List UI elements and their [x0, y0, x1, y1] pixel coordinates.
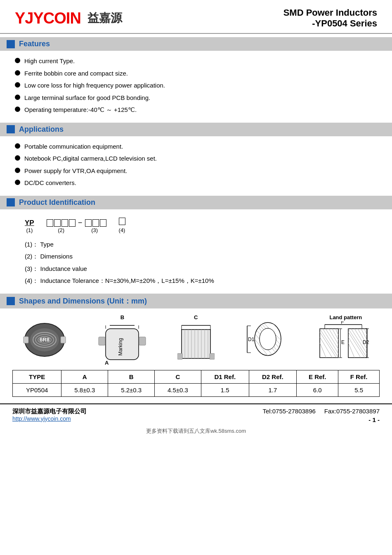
fax: Fax:0755-27803897 — [324, 408, 380, 415]
col-d2: D2 Ref. — [249, 370, 297, 383]
applications-section-bar: Applications — [0, 123, 392, 136]
col-b: B — [108, 370, 155, 383]
page-header: YJYCOIN 益嘉源 SMD Power Inductors -YP0504 … — [0, 0, 392, 34]
product-id-diagram: YP (1) − (2) (3) — [25, 218, 367, 233]
cell-d2: 1.7 — [249, 383, 297, 396]
bullet-dot — [15, 58, 20, 63]
page-footer: 深圳市益嘉源电子有限公司 http://www.yjycoin.com Tel:… — [0, 403, 392, 425]
svg-line-56 — [335, 329, 338, 335]
list-item: (2)： Dimensions — [25, 252, 367, 261]
logo-red: YJYCOIN — [15, 9, 81, 27]
features-blue-square — [7, 40, 15, 48]
page-number: - 1 - — [262, 416, 380, 423]
svg-line-59 — [320, 343, 326, 358]
svg-rect-12 — [139, 337, 146, 345]
svg-rect-29 — [210, 353, 215, 359]
footer-right: Tel:0755-27803896 Fax:0755-27803897 - 1 … — [262, 408, 380, 423]
features-title: Features — [19, 40, 50, 48]
shapes-figures: 6R8 B Marking A — [8, 314, 384, 367]
table-row: YP0504 5.8±0.3 5.2±0.3 4.5±0.3 1.5 1.7 6… — [13, 383, 380, 396]
shapes-section-bar: Shapes and Dimensions (Unit：mm) — [0, 294, 392, 308]
col-type: TYPE — [13, 370, 61, 383]
list-item: Low core loss for high frequency power a… — [15, 81, 377, 90]
features-list: High current Type. Ferrite bobbin core a… — [0, 55, 392, 121]
svg-line-51 — [320, 329, 338, 358]
cell-a: 5.8±0.3 — [61, 383, 108, 396]
svg-point-44 — [260, 328, 276, 350]
svg-line-53 — [326, 329, 338, 349]
logo-area: YJYCOIN 益嘉源 — [15, 9, 122, 27]
svg-rect-7 — [61, 337, 66, 343]
figure-d1d2: D1 — [245, 318, 286, 363]
applications-title: Applications — [19, 125, 64, 134]
cell-f: 5.5 — [338, 383, 380, 396]
company-name: 深圳市益嘉源电子有限公司 — [12, 408, 87, 415]
svg-text:D1: D1 — [248, 337, 255, 342]
logo-cn: 益嘉源 — [87, 10, 122, 26]
list-item: Ferrite bobbin core and compact size. — [15, 69, 377, 78]
bullet-dot — [15, 70, 20, 76]
svg-line-70 — [348, 343, 354, 358]
svg-rect-19 — [182, 330, 210, 358]
svg-line-66 — [361, 329, 367, 340]
applications-list: Portable communication equipment. Notebo… — [0, 140, 392, 194]
title-line1: SMD Power Inductors — [283, 7, 377, 18]
list-item: DC/DC converters. — [15, 178, 377, 188]
legend-list: (1)： Type (2)： Dimensions (3)： Inductanc… — [0, 237, 392, 292]
product-id-title: Product Identification — [19, 198, 95, 207]
contact-info: Tel:0755-27803896 Fax:0755-27803897 — [262, 408, 380, 415]
svg-text:A: A — [105, 360, 109, 366]
list-item: Notebook PC,digital carmera,LCD televisi… — [15, 154, 377, 164]
svg-rect-28 — [177, 353, 182, 359]
cell-b: 5.2±0.3 — [108, 383, 155, 396]
svg-text:F: F — [341, 321, 344, 325]
shapes-blue-square — [7, 297, 15, 305]
list-item: High current Type. — [15, 57, 377, 66]
shapes-title: Shapes and Dimensions (Unit：mm) — [19, 296, 147, 306]
svg-rect-6 — [24, 337, 28, 343]
list-item: Power supply for VTR,OA equipment. — [15, 166, 377, 176]
features-section-bar: Features — [0, 37, 392, 51]
applications-blue-square — [7, 125, 15, 133]
bullet-dot — [15, 143, 20, 149]
list-item: (4)： Inductance Tolerance：N=±30%,M=±20%，… — [25, 276, 367, 286]
svg-text:E: E — [341, 339, 345, 345]
footer-left: 深圳市益嘉源电子有限公司 http://www.yjycoin.com — [12, 408, 87, 422]
figure-c: C — [177, 314, 215, 367]
cell-e: 6.0 — [297, 383, 338, 396]
col-e: E Ref. — [297, 370, 338, 383]
cell-d1: 1.5 — [201, 383, 249, 396]
svg-text:D2: D2 — [363, 339, 369, 345]
product-id-blue-square — [7, 198, 15, 206]
col-f: F Ref. — [338, 370, 380, 383]
svg-line-67 — [364, 329, 367, 335]
title-line2: -YP0504 Series — [283, 18, 377, 29]
watermark: 更多资料下载请到五八文库wk.58sms.com — [0, 425, 392, 439]
bullet-dot — [15, 95, 20, 100]
website-link[interactable]: http://www.yjycoin.com — [12, 415, 87, 422]
list-item: Portable communication equipment. — [15, 142, 377, 152]
bullet-dot — [15, 107, 20, 112]
col-a: A — [61, 370, 108, 383]
figure-ab: B Marking A — [97, 314, 147, 367]
bullet-dot — [15, 180, 20, 185]
list-item: Operating temperature:-40℃ ～ +125℃. — [15, 105, 377, 115]
svg-text:Marking: Marking — [118, 338, 123, 356]
bullet-dot — [15, 155, 20, 161]
figure-land-pattern: Land pattern F — [316, 314, 370, 367]
svg-line-64 — [354, 329, 367, 349]
list-item: (1)： Type — [25, 240, 367, 249]
svg-line-68 — [348, 332, 365, 358]
svg-line-52 — [323, 329, 338, 353]
product-id-section-bar: Product Identification — [0, 196, 392, 209]
col-c: C — [155, 370, 201, 383]
component-photo: 6R8 — [22, 319, 67, 362]
list-item: Large terminal surface for good PCB bond… — [15, 93, 377, 103]
svg-rect-11 — [99, 337, 105, 345]
dimensions-table: TYPE A B C D1 Ref. D2 Ref. E Ref. F Ref.… — [12, 370, 380, 397]
cell-c: 4.5±0.3 — [155, 383, 201, 396]
svg-line-55 — [332, 329, 338, 340]
svg-text:6R8: 6R8 — [40, 337, 50, 343]
col-d1: D1 Ref. — [201, 370, 249, 383]
bullet-dot — [15, 82, 20, 88]
